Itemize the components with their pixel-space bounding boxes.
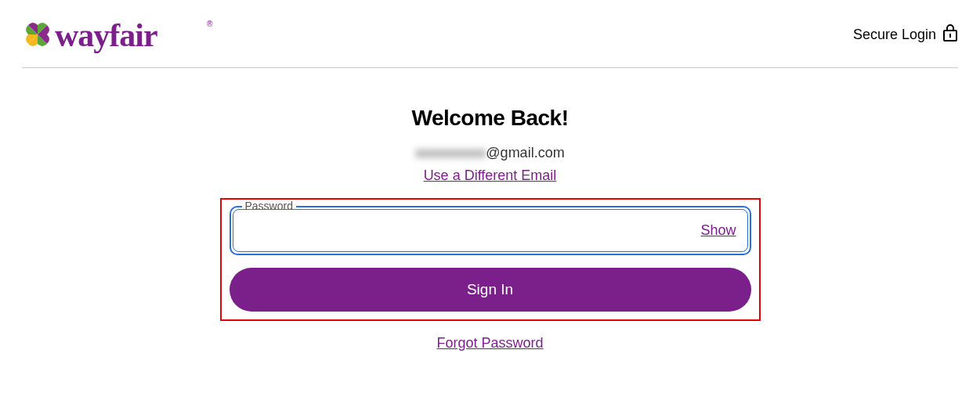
email-domain-part: @gmail.com: [486, 145, 564, 160]
show-password-button[interactable]: Show: [700, 222, 736, 239]
svg-text:wayfair: wayfair: [55, 17, 157, 53]
page-title: Welcome Back!: [412, 106, 569, 131]
wayfair-logo[interactable]: wayfair ®: [22, 16, 216, 53]
signin-form-highlight: Password Show Sign In: [220, 198, 761, 321]
signin-button[interactable]: Sign In: [230, 268, 751, 312]
svg-text:®: ®: [207, 20, 213, 28]
password-field-wrapper: Password Show: [230, 206, 751, 255]
email-display: xxxxxxxxxx@gmail.com: [415, 145, 564, 161]
secure-login-label: Secure Login: [853, 24, 958, 45]
lock-icon: [942, 24, 958, 45]
use-different-email-link[interactable]: Use a Different Email: [424, 168, 557, 184]
password-input[interactable]: [244, 222, 701, 239]
secure-login-text: Secure Login: [853, 27, 936, 43]
login-main: Welcome Back! xxxxxxxxxx@gmail.com Use a…: [0, 68, 980, 352]
forgot-password-link[interactable]: Forgot Password: [436, 335, 543, 352]
header: wayfair ® Secure Login: [0, 0, 980, 67]
svg-rect-3: [949, 34, 951, 38]
email-hidden-part: xxxxxxxxxx: [415, 145, 486, 160]
